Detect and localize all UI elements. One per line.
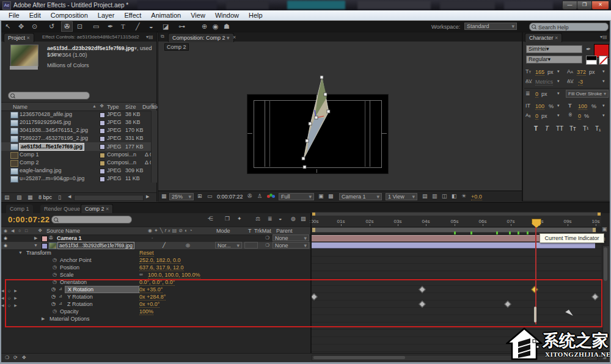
menu-animation[interactable]: Animation bbox=[146, 12, 186, 19]
chevron-down-icon[interactable]: ▾ bbox=[602, 103, 605, 108]
eye-icon[interactable]: ◉ bbox=[4, 236, 7, 241]
property-row-x-rotation[interactable]: ◀◇▶ ◷ ⊿ X Rotation 0x +35.0° bbox=[0, 286, 310, 293]
tab-effect-controls[interactable]: Effect Controls: ae51f3deb48f8c5471315dd… bbox=[42, 34, 139, 40]
blend-mode-dropdown[interactable]: Nor...▾ bbox=[215, 242, 242, 249]
frame-blending-icon[interactable]: ⚖ bbox=[255, 216, 260, 222]
table-row[interactable]: 1236570428_afile.jpg JPEG 38 KB bbox=[1, 111, 151, 118]
interpret-footage-icon[interactable]: ▤ bbox=[4, 194, 10, 200]
label-swatch[interactable] bbox=[100, 177, 105, 182]
panel-menu-icon[interactable]: ▾▤ bbox=[600, 34, 607, 40]
keyframe-marker[interactable] bbox=[527, 231, 529, 235]
transform-reset[interactable]: Reset bbox=[139, 250, 154, 257]
label-swatch[interactable] bbox=[100, 120, 105, 126]
graph-editor-icon[interactable]: ▨ bbox=[301, 216, 306, 222]
mask-visibility-icon[interactable]: ▭ bbox=[207, 193, 213, 199]
opacity-value[interactable]: 100% bbox=[139, 308, 153, 315]
exposure-icon[interactable]: ☀ bbox=[461, 193, 466, 199]
puppet-pin-tool[interactable]: ⊶ bbox=[178, 23, 185, 31]
keyframe-marker[interactable] bbox=[518, 231, 519, 235]
work-area-start[interactable] bbox=[312, 228, 315, 232]
chevron-down-icon[interactable]: ▾ bbox=[602, 79, 605, 84]
label-swatch[interactable] bbox=[100, 161, 105, 166]
label-swatch[interactable] bbox=[100, 144, 105, 150]
property-row-anchor-point[interactable]: ◷ Anchor Point 252.0, 182.0, 0.0 bbox=[0, 257, 310, 264]
expand-inout-icon[interactable]: ✥ bbox=[22, 355, 26, 360]
close-button[interactable]: ✕ bbox=[591, 1, 609, 10]
motion-blur-icon[interactable]: ≣ bbox=[268, 216, 273, 222]
navigator-end-handle[interactable] bbox=[598, 213, 601, 216]
panel-menu-icon[interactable]: ▾▤ bbox=[146, 34, 153, 40]
collapse-icon[interactable]: ▼ bbox=[18, 250, 23, 255]
superscript-button[interactable]: T¹ bbox=[583, 125, 588, 132]
subscript-button[interactable]: T₁ bbox=[595, 125, 601, 132]
parent-pickwhip-icon[interactable]: ❍ bbox=[265, 235, 269, 241]
image-layer-bar[interactable] bbox=[312, 242, 595, 249]
axis-mode-world[interactable]: ◉ bbox=[213, 23, 219, 31]
timeline-button-icon[interactable]: ◫ bbox=[442, 193, 447, 199]
anchor-point-value[interactable]: 252.0, 182.0, 0.0 bbox=[139, 257, 181, 264]
close-icon[interactable]: × bbox=[27, 35, 30, 41]
minimize-button[interactable]: — bbox=[562, 1, 577, 10]
chevron-down-icon[interactable]: ▾ bbox=[557, 113, 560, 118]
scroll-right-icon[interactable]: ▶ bbox=[146, 194, 149, 199]
z-rotation-value[interactable]: 0x +0.0° bbox=[139, 301, 159, 308]
eyedropper-icon[interactable]: ✒ bbox=[586, 46, 591, 53]
menu-file[interactable]: File bbox=[4, 12, 24, 19]
stopwatch-icon[interactable]: ◷ bbox=[53, 264, 57, 270]
flowchart-icon[interactable]: ⚟ bbox=[150, 103, 155, 108]
expand-layer-switches-icon[interactable]: ❍ bbox=[5, 355, 9, 360]
faux-bold-button[interactable]: T bbox=[534, 125, 538, 132]
keyframe-marker[interactable] bbox=[470, 231, 472, 235]
shape-tool[interactable]: ▭ bbox=[93, 23, 99, 31]
rotated-layer[interactable] bbox=[158, 32, 522, 184]
timeline-search-input[interactable] bbox=[51, 216, 132, 224]
column-t[interactable]: T bbox=[248, 228, 252, 235]
table-row[interactable]: 7589227...453278195_2.jpg JPEG 331 KB bbox=[1, 134, 151, 142]
x-rotation-value[interactable]: 0x +35.0° bbox=[139, 286, 163, 293]
y-rotation-value[interactable]: 0x +284.8° bbox=[139, 294, 166, 300]
table-row[interactable]: 3041938...345476151_2.jpg JPEG 170 KB bbox=[1, 126, 151, 134]
column-parent[interactable]: Parent bbox=[276, 228, 293, 235]
maximize-button[interactable]: ❐ bbox=[577, 1, 592, 10]
view-layout-dropdown[interactable]: 1 View▾ bbox=[386, 193, 417, 200]
eye-icon[interactable]: ◉ bbox=[4, 243, 7, 248]
chevron-down-icon[interactable]: ▾ bbox=[602, 69, 605, 74]
menu-help[interactable]: Help bbox=[244, 12, 268, 19]
quality-icon[interactable]: ╱ bbox=[163, 242, 166, 248]
chevron-down-icon[interactable]: ▾ bbox=[557, 91, 560, 96]
menu-effect[interactable]: Effect bbox=[119, 12, 146, 19]
stopwatch-icon[interactable]: ◷ bbox=[53, 272, 57, 277]
flowchart-icon[interactable]: ◧ bbox=[452, 193, 457, 199]
channel-blue-icon[interactable] bbox=[272, 195, 275, 198]
zoom-tool[interactable]: ⊙ bbox=[32, 23, 37, 31]
camera-tool[interactable]: ✇ bbox=[61, 21, 73, 32]
draft-3d-icon[interactable]: ❐ bbox=[225, 216, 230, 222]
always-preview-icon[interactable]: ▦ bbox=[161, 193, 167, 199]
property-row-orientation[interactable]: ◷ Orientation 0.0°, 0.0°, 0.0° bbox=[0, 278, 310, 286]
comp-mini-flowchart-icon[interactable]: ⋲ bbox=[208, 216, 213, 222]
layer-row-image[interactable]: ◉ ▼ ae51f3d...3b292df5e1fe7f69.jpg ╱ ◎ N… bbox=[0, 242, 310, 249]
menu-composition[interactable]: Composition bbox=[46, 12, 93, 19]
time-navigator[interactable] bbox=[312, 212, 601, 216]
scroll-left-icon[interactable]: ◀ bbox=[68, 194, 71, 199]
clone-stamp-tool[interactable]: ◒ bbox=[149, 23, 153, 30]
pixel-aspect-icon[interactable]: ▤ bbox=[422, 193, 428, 199]
label-swatch[interactable] bbox=[100, 112, 105, 118]
orientation-value[interactable]: 0.0°, 0.0°, 0.0° bbox=[139, 279, 175, 286]
tracking-value[interactable]: -3 bbox=[578, 79, 583, 86]
column-trkmat[interactable]: TrkMat bbox=[254, 228, 271, 235]
column-type[interactable]: Type bbox=[107, 104, 119, 111]
column-size[interactable]: Size bbox=[125, 104, 136, 111]
axis-mode-view[interactable]: ☗ bbox=[224, 23, 230, 31]
layer-row-camera[interactable]: ◉ ▶ ✇ Camera 1 ◦ ❍ None▾ bbox=[0, 235, 310, 242]
snapshot-icon[interactable]: ✇ bbox=[247, 193, 252, 199]
stroke-mode-dropdown[interactable]: Fill Over Stroke▾ bbox=[566, 90, 609, 98]
close-icon[interactable]: × bbox=[106, 206, 109, 212]
tsume-value[interactable]: 0 bbox=[578, 113, 581, 120]
fast-preview-icon[interactable]: ▥ bbox=[432, 193, 437, 199]
pan-behind-tool[interactable]: ⊡ bbox=[77, 23, 82, 31]
tab-character[interactable]: Character × bbox=[525, 33, 562, 42]
property-row-z-rotation[interactable]: ◀◇▶ ◷ ⊿ Z Rotation 0x +0.0° bbox=[0, 300, 310, 308]
tab-comp1-timeline[interactable]: Comp 1 bbox=[6, 205, 33, 213]
tab-render-queue[interactable]: Render Queue bbox=[40, 205, 84, 213]
